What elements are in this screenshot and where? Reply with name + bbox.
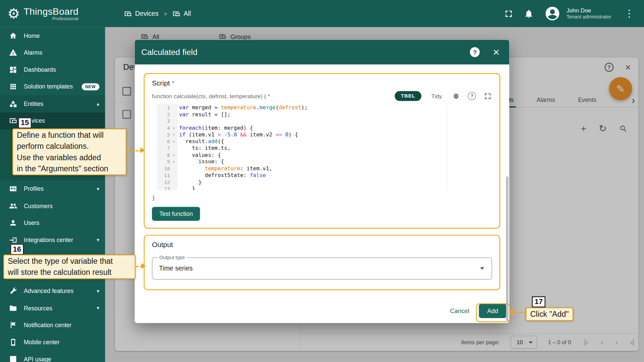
sidebar-item-profiles[interactable]: Profiles ▾ (0, 180, 105, 197)
home-icon (9, 32, 17, 40)
fold-marker-icon[interactable]: ▾ (170, 131, 177, 138)
sidebar-item-label: API usage (24, 356, 51, 362)
step-16-badge: 16 (10, 244, 24, 255)
dialog-close-icon[interactable]: × (490, 46, 502, 58)
step-17-callout: Click "Add" (526, 307, 573, 321)
notifications-button[interactable] (524, 9, 534, 18)
script-help-icon[interactable]: ? (468, 92, 476, 100)
tidy-button[interactable]: Tidy (429, 93, 444, 100)
account-circle-icon (544, 5, 561, 22)
fullscreen-button[interactable] (504, 9, 514, 18)
code-line: 7 ts: item.ts, (157, 145, 492, 152)
debug-bug-icon[interactable] (452, 92, 461, 101)
new-badge: NEW (82, 83, 99, 90)
step-17-arrow-icon (509, 309, 514, 315)
bell-icon (524, 9, 534, 18)
sidebar-item-notification-center[interactable]: Notification center (0, 317, 105, 334)
sidebar: Home Alarms Dashboards Solution template… (0, 27, 105, 362)
top-header: ⚙ ThingsBoard Professional Devices > All (0, 0, 644, 27)
test-function-button[interactable]: Test function (152, 207, 200, 221)
line-number: 9 (157, 159, 170, 165)
line-number: 13 (157, 185, 170, 190)
step-15-badge: 15 (18, 117, 32, 128)
line-number: 1 (157, 104, 170, 111)
sidebar-item-label: Home (24, 32, 40, 39)
fold-marker-icon[interactable]: ▾ (170, 138, 177, 145)
screen: ⚙ ThingsBoard Professional Devices > All (0, 0, 644, 362)
mobile-icon (9, 338, 17, 346)
expand-editor-icon[interactable] (483, 92, 492, 101)
breadcrumb-all[interactable]: All (172, 10, 191, 17)
code-text: if (item.v1 > -5.0 && item.v2 == 0) { (177, 131, 298, 138)
script-toolbar: function calculate(ctx, defrost, tempera… (152, 91, 492, 101)
sidebar-item-label: Customers (24, 203, 53, 209)
entity-group-icon (172, 10, 180, 17)
breadcrumb-all-label: All (183, 10, 191, 17)
select-caret-icon (480, 267, 484, 269)
output-type-select[interactable]: Output type Time series (152, 257, 492, 280)
sidebar-item-api-usage[interactable]: API usage (0, 351, 105, 362)
app-edition: Professional (52, 16, 78, 21)
sidebar-item-label: Alarms (24, 49, 42, 56)
sidebar-item-solution-templates[interactable]: Solution templates NEW (0, 78, 105, 95)
line-number: 3 (157, 118, 170, 124)
code-editor[interactable]: 1var merged = temperature.merge(defrost)… (157, 104, 492, 190)
dialog-scrollbar[interactable] (506, 177, 508, 321)
sidebar-item-mobile-center[interactable]: Mobile center (0, 334, 105, 351)
notification-flag-icon (9, 321, 17, 329)
fold-marker-icon[interactable]: ▾ (170, 152, 177, 158)
output-type-field-label: Output type (157, 254, 187, 260)
sidebar-item-devices[interactable]: Devices (0, 112, 105, 129)
line-number: 12 (157, 179, 170, 185)
code-line: 2var result = []; (157, 111, 492, 118)
fold-gutter (170, 179, 177, 185)
avatar[interactable] (544, 5, 561, 22)
code-text: var merged = temperature.merge(defrost); (177, 104, 308, 111)
script-label: Script * (152, 79, 492, 87)
user-role: Tenant administrator (567, 14, 611, 20)
sidebar-item-customers[interactable]: Customers (0, 197, 105, 215)
alarms-warning-icon (9, 49, 17, 57)
app-name: ThingsBoard (23, 6, 78, 17)
dialog-help-icon[interactable]: ? (470, 47, 480, 57)
sidebar-item-label: Integrations center (24, 237, 73, 243)
fold-gutter (170, 111, 177, 118)
step-17-badge: 17 (532, 296, 545, 307)
code-text: temperature: item.v1, (177, 165, 272, 172)
fold-gutter (170, 185, 177, 190)
dialog-title: Calculated field (141, 47, 470, 57)
sidebar-item-resources[interactable]: Resources ▾ (0, 300, 105, 317)
header-actions: John Doe Tenant administrator ⋮ (504, 5, 637, 22)
sidebar-item-users[interactable]: Users (0, 215, 105, 232)
fold-marker-icon[interactable]: ▾ (170, 159, 177, 165)
line-number: 7 (157, 145, 170, 152)
sidebar-item-label: Notification center (24, 322, 71, 328)
breadcrumb: Devices > All (124, 10, 191, 17)
api-usage-chart-icon (9, 355, 17, 362)
step-15-callout: Define a function that will perform calc… (12, 128, 126, 175)
sidebar-item-advanced-features[interactable]: Advanced features ▾ (0, 283, 105, 300)
cancel-button[interactable]: Cancel (444, 304, 475, 317)
brand[interactable]: ⚙ ThingsBoard Professional (7, 6, 103, 21)
sidebar-item-entities[interactable]: Entities ▴ (0, 95, 105, 112)
chevron-down-icon: ▾ (97, 305, 99, 311)
breadcrumb-devices[interactable]: Devices (124, 10, 159, 17)
sidebar-item-label: Resources (24, 305, 52, 311)
fold-marker-icon[interactable]: ▾ (170, 125, 177, 131)
tbel-language-button[interactable]: TBEL (395, 91, 422, 101)
more-menu-button[interactable]: ⋮ (622, 7, 637, 20)
sidebar-item-home[interactable]: Home (0, 27, 105, 44)
line-number: 10 (157, 165, 170, 172)
line-number: 5 (157, 131, 170, 138)
code-text: result.add({ (177, 138, 224, 145)
user-name: John Doe (567, 7, 611, 14)
code-text: ts: item.ts, (177, 145, 230, 152)
code-line: 10 temperature: item.v1, (157, 165, 492, 172)
fold-gutter (170, 118, 177, 124)
calculated-field-dialog: Calculated field ? × Script * function c… (135, 40, 509, 323)
code-line: 4▾foreach(item: merged) { (157, 125, 492, 131)
sidebar-item-dashboards[interactable]: Dashboards (0, 61, 105, 78)
step-16-callout: Select the type of variable that will st… (3, 254, 136, 279)
sidebar-item-alarms[interactable]: Alarms (0, 44, 105, 61)
script-section: Script * function calculate(ctx, defrost… (144, 73, 500, 229)
